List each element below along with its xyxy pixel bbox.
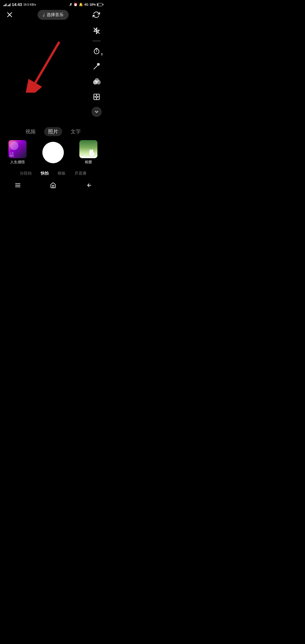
album-image (79, 140, 97, 158)
viewfinder (0, 22, 106, 124)
shutter-inner (44, 143, 62, 162)
music-button-label: 选择音乐 (47, 12, 64, 18)
left-thumbnail[interactable]: 人生感悟 (8, 140, 27, 158)
status-right: ✗ ⏰ 🔔 4G 18% (69, 3, 103, 7)
nav-back-button[interactable] (82, 181, 95, 190)
sub-item-quick[interactable]: 快拍 (40, 170, 50, 177)
nav-bar (0, 179, 106, 192)
sub-item-template[interactable]: 模板 (56, 170, 67, 177)
arrow-annotation (20, 36, 71, 94)
right-thumbnail-wrap: 相册 (79, 140, 97, 165)
notification-icon: 🔔 (79, 3, 83, 6)
sub-item-segment[interactable]: 分段拍 (19, 170, 33, 177)
signal-bars-2 (7, 3, 10, 6)
left-thumbnail-label: 人生感悟 (10, 160, 25, 165)
mode-selector: 视频 照片 文字 (0, 124, 106, 140)
refresh-button[interactable] (91, 10, 101, 20)
album-label: 相册 (85, 160, 92, 165)
mode-text[interactable]: 文字 (71, 128, 81, 135)
close-button[interactable] (5, 10, 15, 20)
time-display: 14:43 (12, 2, 22, 7)
album-thumbnail[interactable] (79, 140, 97, 158)
svg-point-25 (91, 149, 93, 153)
status-left: 14:43 19.5 KB/s (3, 2, 36, 7)
shutter-button[interactable] (42, 142, 64, 163)
mode-video[interactable]: 视频 (25, 128, 36, 135)
thumbnail-image: 人生感悟 (8, 140, 27, 158)
music-button[interactable]: ♩ 选择音乐 (38, 10, 69, 20)
bluetooth-icon: ✗ (69, 3, 72, 7)
nav-home-button[interactable] (47, 181, 59, 190)
mode-photo[interactable]: 照片 (44, 127, 62, 136)
nav-menu-button[interactable] (12, 181, 24, 190)
status-bar: 14:43 19.5 KB/s ✗ ⏰ 🔔 4G 18% (0, 0, 106, 7)
shutter-wrap (42, 142, 64, 163)
signal-bars-1 (3, 3, 6, 6)
alarm-icon: ⏰ (73, 3, 78, 6)
battery-percent: 18% (90, 3, 96, 6)
svg-point-27 (91, 153, 93, 154)
top-controls: ♩ 选择音乐 (0, 7, 106, 22)
svg-line-22 (35, 42, 59, 83)
left-thumbnail-wrap: 人生感悟 人生感悟 (8, 140, 27, 165)
data-speed: 19.5 KB/s (23, 3, 36, 6)
bottom-controls: 人生感悟 人生感悟 (0, 140, 106, 167)
sub-item-live[interactable]: 开直播 (73, 170, 88, 177)
music-note-icon: ♩ (43, 12, 45, 18)
svg-point-26 (90, 150, 91, 151)
signal-icon: 4G (84, 3, 88, 6)
sub-menu: 分段拍 快拍 模板 开直播 (0, 167, 106, 179)
svg-point-24 (89, 149, 91, 153)
battery-icon (97, 3, 103, 6)
